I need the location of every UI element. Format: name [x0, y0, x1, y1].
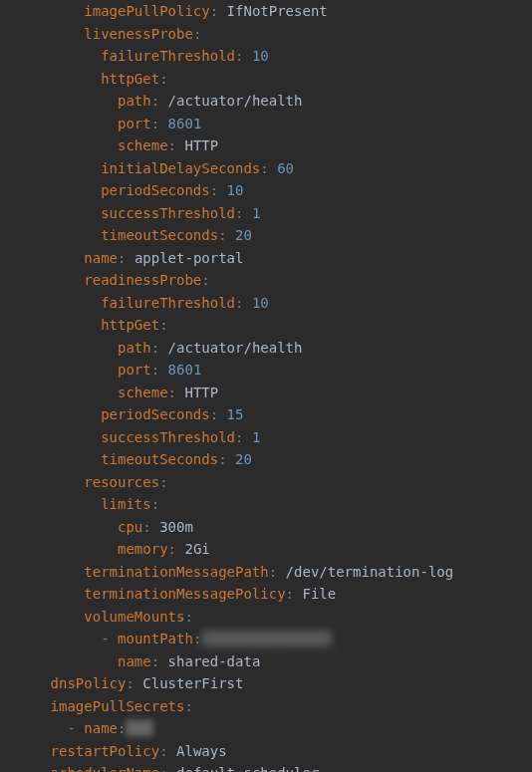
key-timeoutSeconds: timeoutSeconds: [101, 227, 218, 243]
key-periodSeconds2: periodSeconds: [101, 406, 210, 422]
val-scheme: HTTP: [184, 137, 218, 153]
dash2: -: [67, 720, 75, 736]
key-failureThreshold: failureThreshold: [101, 48, 235, 64]
val-applet-portal: applet-portal: [134, 250, 244, 266]
key-volumeMounts: volumeMounts: [84, 609, 184, 625]
key-name2: name: [118, 653, 151, 669]
key-name: name: [84, 250, 118, 266]
val-termpath: /dev/termination-log: [286, 564, 454, 580]
key-initialDelaySeconds: initialDelaySeconds: [101, 160, 260, 176]
key-failureThreshold2: failureThreshold: [101, 295, 235, 311]
key-timeoutSeconds2: timeoutSeconds: [101, 451, 218, 467]
val-60: 60: [277, 160, 294, 176]
val-20: 20: [235, 227, 252, 243]
val-path2: /actuator/health: [168, 340, 303, 356]
val-10: 10: [252, 48, 269, 64]
key-terminationMessagePath: terminationMessagePath: [84, 564, 268, 580]
val-clusterfirst: ClusterFirst: [142, 675, 243, 691]
key-memory: memory: [118, 541, 168, 557]
key-resources: resources: [84, 474, 159, 490]
key-scheme2: scheme: [118, 385, 168, 400]
val-15: 15: [227, 406, 244, 422]
key-readinessProbe: readinessProbe: [84, 272, 201, 288]
val-10b: 10: [227, 182, 244, 198]
val-always: Always: [176, 743, 227, 759]
val-port: 8601: [168, 116, 202, 131]
val-cpu: 300m: [159, 519, 193, 535]
val-port2: 8601: [168, 362, 202, 378]
key-imagePullSecrets: imagePullSecrets: [51, 698, 185, 714]
val-10c: 10: [252, 295, 269, 311]
val-20b: 20: [235, 451, 252, 467]
val-shared-data: shared-data: [168, 653, 261, 669]
val-scheme2: HTTP: [184, 385, 218, 400]
key-name3: name: [84, 720, 118, 736]
key-terminationMessagePolicy: terminationMessagePolicy: [84, 586, 285, 602]
key-restartPolicy: restartPolicy: [51, 743, 160, 759]
key-httpGet: httpGet: [101, 71, 159, 87]
val-default-scheduler: default-scheduler: [176, 765, 319, 772]
val-path: /actuator/health: [168, 93, 303, 109]
key-path: path: [118, 93, 151, 109]
key-dnsPolicy: dnsPolicy: [51, 675, 127, 691]
redacted-mountpath: xxxxxx _xxxxxx: [201, 631, 331, 646]
key-path2: path: [118, 340, 151, 356]
key-mountPath: mountPath: [118, 631, 193, 646]
key-imagePullPolicy: imagePullPolicy: [84, 3, 209, 19]
key-livenessProbe: livenessProbe: [84, 26, 193, 42]
yaml-code-block: imagePullPolicy: IfNotPresent livenessPr…: [0, 0, 532, 772]
key-cpu: cpu: [118, 519, 142, 535]
key-successThreshold: successThreshold: [101, 205, 235, 221]
redacted-secretname: xx: [126, 720, 152, 736]
val-memory: 2Gi: [184, 541, 209, 557]
key-scheme: scheme: [118, 137, 168, 153]
val-file: File: [302, 586, 336, 602]
key-limits: limits: [101, 496, 151, 512]
key-schedulerName: schedulerName: [51, 765, 160, 772]
key-port2: port: [118, 362, 151, 378]
val-1b: 1: [252, 429, 260, 445]
dash: -: [101, 631, 109, 646]
key-successThreshold2: successThreshold: [101, 429, 235, 445]
key-port: port: [118, 116, 151, 131]
key-httpGet2: httpGet: [101, 317, 159, 333]
key-periodSeconds: periodSeconds: [101, 182, 210, 198]
val-1: 1: [252, 205, 260, 221]
